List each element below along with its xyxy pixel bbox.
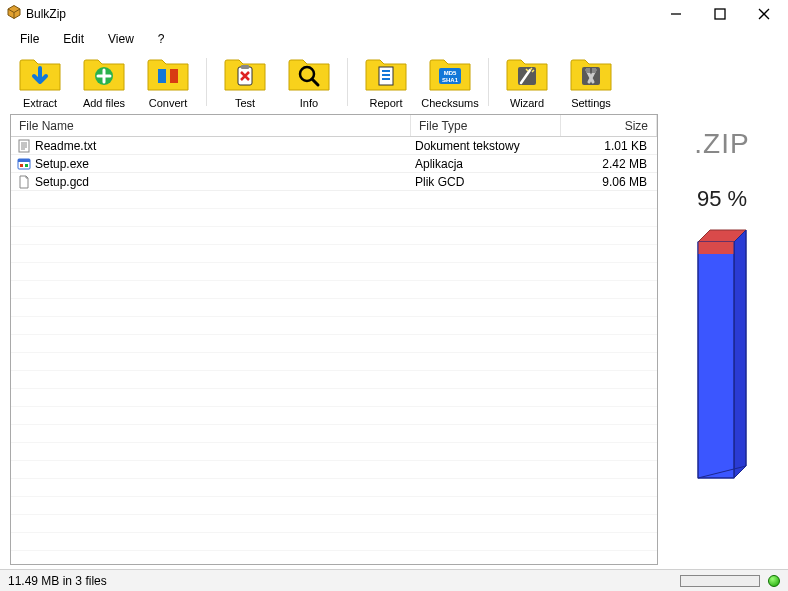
toolbar-checksums-button[interactable]: MD5SHA1 Checksums — [420, 54, 480, 110]
toolbar-settings-label: Settings — [571, 97, 611, 109]
toolbar-checksums-label: Checksums — [421, 97, 478, 109]
menu-help[interactable]: ? — [148, 30, 175, 48]
app-window: BulkZip File Edit View ? Extract — [0, 0, 788, 591]
extract-icon — [18, 56, 62, 94]
toolbar-info-label: Info — [300, 97, 318, 109]
toolbar-extract-button[interactable]: Extract — [10, 54, 70, 110]
menubar: File Edit View ? — [0, 28, 788, 50]
toolbar-info-button[interactable]: Info — [279, 54, 339, 110]
file-name: Setup.gcd — [35, 175, 89, 189]
column-header-name[interactable]: File Name — [11, 115, 411, 136]
wizard-icon — [505, 56, 549, 94]
toolbar-addfiles-button[interactable]: Add files — [74, 54, 134, 110]
table-row[interactable]: Setup.exeAplikacja2.42 MB — [11, 155, 657, 173]
test-icon — [223, 56, 267, 94]
svg-marker-34 — [734, 230, 746, 478]
toolbar-wizard-button[interactable]: Wizard — [497, 54, 557, 110]
file-icon — [17, 175, 31, 189]
file-list-header: File Name File Type Size — [11, 115, 657, 137]
toolbar-report-label: Report — [369, 97, 402, 109]
compression-percent: 95 % — [697, 186, 747, 212]
toolbar-addfiles-label: Add files — [83, 97, 125, 109]
svg-rect-23 — [592, 68, 596, 73]
toolbar-extract-label: Extract — [23, 97, 57, 109]
toolbar-convert-label: Convert — [149, 97, 188, 109]
side-panel: .ZIP 95 % — [662, 114, 782, 565]
window-title: BulkZip — [26, 7, 66, 21]
file-name: Setup.exe — [35, 157, 89, 171]
checksums-icon: MD5SHA1 — [428, 56, 472, 94]
archive-format-label: .ZIP — [694, 128, 749, 160]
app-icon — [6, 4, 22, 24]
file-icon — [17, 139, 31, 153]
svg-rect-22 — [586, 68, 590, 73]
svg-marker-38 — [698, 242, 734, 254]
menu-edit[interactable]: Edit — [53, 30, 94, 48]
toolbar-test-label: Test — [235, 97, 255, 109]
add-icon — [82, 56, 126, 94]
file-size: 9.06 MB — [561, 175, 657, 189]
menu-file[interactable]: File — [10, 30, 49, 48]
file-name: Readme.txt — [35, 139, 96, 153]
svg-rect-35 — [698, 242, 734, 478]
svg-rect-30 — [18, 159, 30, 162]
file-list[interactable]: File Name File Type Size Readme.txtDokum… — [10, 114, 658, 565]
titlebar: BulkZip — [0, 0, 788, 28]
toolbar-settings-button[interactable]: Settings — [561, 54, 621, 110]
svg-text:MD5: MD5 — [444, 70, 457, 76]
column-header-size[interactable]: Size — [561, 115, 657, 136]
svg-text:SHA1: SHA1 — [442, 77, 459, 83]
svg-rect-31 — [20, 164, 23, 167]
menu-view[interactable]: View — [98, 30, 144, 48]
status-led-icon — [768, 575, 780, 587]
file-type: Dokument tekstowy — [411, 139, 561, 153]
statusbar-progress — [680, 575, 760, 587]
toolbar: Extract Add files Convert Test — [0, 50, 788, 112]
statusbar-summary: 11.49 MB in 3 files — [8, 574, 107, 588]
statusbar: 11.49 MB in 3 files — [0, 569, 788, 591]
svg-rect-32 — [25, 164, 28, 167]
toolbar-wizard-label: Wizard — [510, 97, 544, 109]
table-row[interactable]: Setup.gcdPlik GCD9.06 MB — [11, 173, 657, 191]
report-icon — [364, 56, 408, 94]
settings-icon — [569, 56, 613, 94]
convert-icon — [146, 56, 190, 94]
file-size: 2.42 MB — [561, 157, 657, 171]
svg-rect-10 — [241, 65, 249, 69]
toolbar-test-button[interactable]: Test — [215, 54, 275, 110]
toolbar-convert-button[interactable]: Convert — [138, 54, 198, 110]
svg-rect-8 — [170, 69, 178, 83]
info-icon — [287, 56, 331, 94]
table-row[interactable]: Readme.txtDokument tekstowy1.01 KB — [11, 137, 657, 155]
file-type: Aplikacja — [411, 157, 561, 171]
file-icon — [17, 157, 31, 171]
close-button[interactable] — [742, 0, 786, 28]
file-list-body: Readme.txtDokument tekstowy1.01 KBSetup.… — [11, 137, 657, 564]
svg-rect-3 — [715, 9, 725, 19]
svg-rect-24 — [19, 140, 29, 152]
svg-rect-7 — [158, 69, 166, 83]
file-size: 1.01 KB — [561, 139, 657, 153]
column-header-type[interactable]: File Type — [411, 115, 561, 136]
maximize-button[interactable] — [698, 0, 742, 28]
toolbar-report-button[interactable]: Report — [356, 54, 416, 110]
minimize-button[interactable] — [654, 0, 698, 28]
file-type: Plik GCD — [411, 175, 561, 189]
compression-bar — [692, 226, 752, 486]
